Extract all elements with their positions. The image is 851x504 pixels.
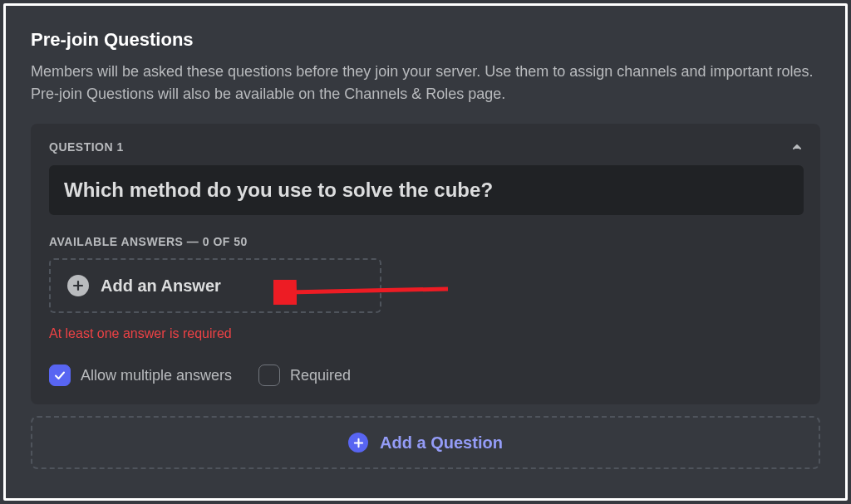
arrow-annotation-icon bbox=[273, 280, 456, 305]
question-card: QUESTION 1 Which method do you use to so… bbox=[31, 124, 820, 404]
allow-multiple-checkbox[interactable]: Allow multiple answers bbox=[49, 365, 232, 386]
error-message: At least one answer is required bbox=[49, 326, 804, 341]
question-number-label: QUESTION 1 bbox=[49, 140, 124, 154]
required-checkbox[interactable]: Required bbox=[258, 365, 351, 386]
question-header: QUESTION 1 bbox=[49, 140, 804, 154]
question-text: Which method do you use to solve the cub… bbox=[64, 179, 789, 202]
plus-icon bbox=[67, 275, 89, 296]
checkbox-icon-checked bbox=[49, 365, 71, 386]
add-question-button[interactable]: Add a Question bbox=[31, 416, 820, 469]
question-text-input[interactable]: Which method do you use to solve the cub… bbox=[49, 165, 804, 215]
allow-multiple-label: Allow multiple answers bbox=[81, 367, 232, 384]
checkbox-row: Allow multiple answers Required bbox=[49, 365, 804, 386]
add-question-label: Add a Question bbox=[380, 433, 503, 453]
page-title: Pre-join Questions bbox=[31, 29, 820, 51]
checkbox-icon-unchecked bbox=[258, 365, 280, 386]
collapse-button[interactable] bbox=[790, 140, 804, 154]
add-answer-button[interactable]: Add an Answer bbox=[49, 258, 381, 313]
add-answer-label: Add an Answer bbox=[101, 276, 221, 296]
chevron-up-icon bbox=[790, 140, 804, 154]
required-label: Required bbox=[290, 367, 351, 384]
svg-line-0 bbox=[288, 289, 448, 292]
plus-icon bbox=[348, 433, 368, 453]
page-description: Members will be asked these questions be… bbox=[31, 61, 820, 105]
available-answers-label: AVAILABLE ANSWERS — 0 OF 50 bbox=[49, 235, 804, 248]
